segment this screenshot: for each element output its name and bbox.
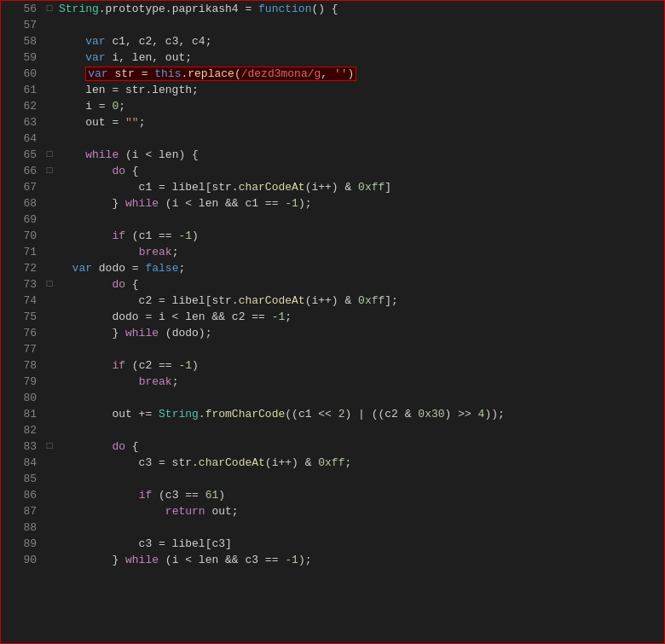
fold-indicator [43, 357, 55, 374]
fold-indicator [43, 519, 55, 536]
code-line: 88 [1, 519, 664, 536]
line-number: 82 [1, 422, 43, 438]
fold-indicator [43, 536, 55, 552]
line-number: 60 [1, 66, 43, 82]
code-text: break; [55, 244, 664, 260]
code-text: String.prototype.paprikash4 = function()… [55, 1, 664, 17]
fold-indicator [43, 98, 55, 114]
line-number: 79 [1, 374, 43, 390]
fold-indicator [43, 487, 55, 503]
fold-indicator[interactable]: □ [43, 1, 55, 17]
code-text: } while (i < len && c1 == -1); [55, 195, 664, 212]
code-text: var str = this.replace(/dezd3mona/g, '') [55, 66, 664, 82]
code-line: 89 c3 = libel[c3] [1, 536, 664, 552]
fold-indicator [43, 309, 55, 325]
line-number: 88 [1, 519, 43, 536]
line-number: 67 [1, 179, 43, 195]
line-number: 89 [1, 536, 43, 552]
code-line: 82 [1, 422, 664, 438]
code-line: 87 return out; [1, 503, 664, 519]
fold-indicator [43, 260, 55, 276]
line-number: 90 [1, 552, 43, 568]
code-text: do { [55, 438, 664, 455]
code-line: 70 if (c1 == -1) [1, 228, 664, 244]
code-line: 58 var c1, c2, c3, c4; [1, 33, 664, 49]
code-text: c3 = libel[c3] [55, 536, 664, 552]
code-line: 81 out += String.fromCharCode((c1 << 2) … [1, 406, 664, 422]
code-text [55, 17, 664, 33]
line-number: 71 [1, 244, 43, 260]
code-text: return out; [55, 503, 664, 519]
code-line: 77 [1, 341, 664, 357]
code-line: 83□ do { [1, 438, 664, 455]
code-line: 72 var dodo = false; [1, 260, 664, 276]
fold-indicator [43, 406, 55, 422]
code-text: } while (dodo); [55, 325, 664, 341]
fold-indicator [43, 390, 55, 406]
code-line: 59 var i, len, out; [1, 49, 664, 66]
fold-indicator [43, 503, 55, 519]
code-text: out = ""; [55, 114, 664, 131]
code-lines: 56□String.prototype.paprikash4 = functio… [1, 1, 664, 568]
line-number: 86 [1, 487, 43, 503]
code-text [55, 131, 664, 147]
code-text: if (c3 == 61) [55, 487, 664, 503]
code-text: var i, len, out; [55, 49, 664, 66]
code-line: 84 c3 = str.charCodeAt(i++) & 0xff; [1, 455, 664, 471]
code-line: 75 dodo = i < len && c2 == -1; [1, 309, 664, 325]
line-number: 59 [1, 49, 43, 66]
line-number: 58 [1, 33, 43, 49]
fold-indicator [43, 325, 55, 341]
code-line: 65□ while (i < len) { [1, 147, 664, 163]
fold-indicator [43, 195, 55, 212]
fold-indicator[interactable]: □ [43, 163, 55, 179]
fold-indicator[interactable]: □ [43, 276, 55, 293]
line-number: 77 [1, 341, 43, 357]
code-line: 80 [1, 390, 664, 406]
code-line: 79 break; [1, 374, 664, 390]
code-line: 71 break; [1, 244, 664, 260]
code-text: len = str.length; [55, 82, 664, 98]
line-number: 74 [1, 293, 43, 309]
line-number: 63 [1, 114, 43, 131]
line-number: 66 [1, 163, 43, 179]
code-text [55, 341, 664, 357]
code-line: 74 c2 = libel[str.charCodeAt(i++) & 0xff… [1, 293, 664, 309]
code-line: 61 len = str.length; [1, 82, 664, 98]
line-number: 87 [1, 503, 43, 519]
code-editor: 56□String.prototype.paprikash4 = functio… [0, 0, 665, 644]
code-line: 64 [1, 131, 664, 147]
code-line: 57 [1, 17, 664, 33]
fold-indicator [43, 341, 55, 357]
code-line: 56□String.prototype.paprikash4 = functio… [1, 1, 664, 17]
fold-indicator[interactable]: □ [43, 147, 55, 163]
code-text [55, 471, 664, 487]
line-number: 69 [1, 212, 43, 228]
code-line: 68 } while (i < len && c1 == -1); [1, 195, 664, 212]
line-number: 80 [1, 390, 43, 406]
line-number: 84 [1, 455, 43, 471]
line-number: 73 [1, 276, 43, 293]
code-text: dodo = i < len && c2 == -1; [55, 309, 664, 325]
fold-indicator [43, 552, 55, 568]
fold-indicator [43, 179, 55, 195]
fold-indicator[interactable]: □ [43, 438, 55, 455]
line-number: 76 [1, 325, 43, 341]
fold-indicator [43, 33, 55, 49]
code-text: if (c2 == -1) [55, 357, 664, 374]
code-line: 73□ do { [1, 276, 664, 293]
line-number: 85 [1, 471, 43, 487]
code-line: 63 out = ""; [1, 114, 664, 131]
fold-indicator [43, 66, 55, 82]
code-line: 69 [1, 212, 664, 228]
fold-indicator [43, 114, 55, 131]
code-text [55, 390, 664, 406]
code-text [55, 422, 664, 438]
code-line: 86 if (c3 == 61) [1, 487, 664, 503]
fold-indicator [43, 422, 55, 438]
code-line: 66□ do { [1, 163, 664, 179]
code-text: i = 0; [55, 98, 664, 114]
fold-indicator [43, 49, 55, 66]
line-number: 72 [1, 260, 43, 276]
code-text [55, 519, 664, 536]
